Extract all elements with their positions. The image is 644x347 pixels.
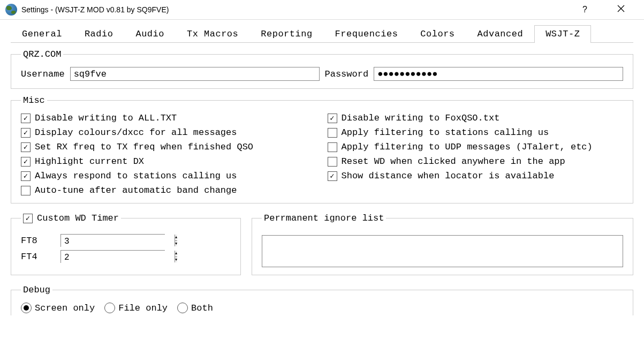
tab-radio[interactable]: Radio	[73, 25, 125, 42]
misc-option-3[interactable]: Apply filtering to stations calling us	[328, 127, 624, 138]
misc-option-5[interactable]: Apply filtering to UDP messages (JTalert…	[328, 142, 624, 152]
debug-legend: Debug	[21, 285, 52, 295]
window-title: Settings - (WSJT-Z MOD v0.81 by SQ9FVE)	[21, 5, 578, 14]
misc-label-3: Apply filtering to stations calling us	[342, 127, 549, 138]
misc-option-4[interactable]: Set RX freq to TX freq when finished QSO	[21, 142, 317, 152]
debug-label-0: Screen only	[35, 303, 95, 313]
password-label: Password	[325, 69, 369, 79]
wd-timer-legend-label: Custom WD Timer	[37, 213, 119, 223]
username-label: Username	[21, 69, 65, 79]
checkbox-reset-wd[interactable]	[328, 157, 337, 167]
debug-label-2: Both	[191, 303, 213, 313]
radio-file-only[interactable]	[104, 303, 115, 313]
checkbox-auto-tune[interactable]	[21, 186, 31, 195]
misc-label-7: Reset WD when clicked anywhere in the ap…	[342, 156, 565, 167]
ft8-spin-down[interactable]: ▼	[175, 241, 177, 247]
misc-label-5: Apply filtering to UDP messages (JTalert…	[342, 142, 593, 152]
wd-timer-legend[interactable]: Custom WD Timer	[21, 213, 121, 223]
misc-option-1[interactable]: Disable writing to FoxQSO.txt	[328, 113, 624, 123]
username-input[interactable]	[70, 67, 320, 81]
password-input[interactable]	[374, 67, 623, 81]
misc-label-0: Disable writing to ALL.TXT	[35, 113, 177, 123]
radio-screen-only[interactable]	[21, 303, 32, 313]
tab-general[interactable]: General	[11, 25, 73, 42]
checkbox-disable-alltxt[interactable]	[21, 114, 31, 123]
misc-group: Misc Disable writing to ALL.TXT Disable …	[11, 95, 633, 203]
checkbox-filter-calling[interactable]	[328, 128, 337, 138]
tab-bar: General Radio Audio Tx Macros Reporting …	[11, 25, 633, 43]
misc-option-7[interactable]: Reset WD when clicked anywhere in the ap…	[328, 156, 624, 167]
checkbox-filter-udp[interactable]	[328, 142, 337, 152]
two-column-row: Custom WD Timer FT8 ▲ ▼ FT4	[11, 207, 633, 278]
tab-wsjt-z[interactable]: WSJT-Z	[534, 25, 591, 43]
misc-label-8: Always respond to stations calling us	[35, 171, 237, 181]
close-button[interactable]	[608, 1, 634, 19]
misc-option-2[interactable]: Display colours/dxcc for all messages	[21, 127, 317, 138]
checkbox-display-colours[interactable]	[21, 128, 31, 138]
ft8-spin-up[interactable]: ▲	[175, 235, 177, 241]
app-globe-icon	[5, 4, 17, 16]
checkbox-always-respond[interactable]	[21, 171, 31, 181]
misc-option-6[interactable]: Highlight current DX	[21, 156, 317, 167]
debug-option-screen-only[interactable]: Screen only	[21, 303, 95, 313]
radio-both[interactable]	[177, 303, 188, 313]
ft8-spinbox[interactable]: ▲ ▼	[60, 234, 165, 247]
ft8-input[interactable]	[61, 235, 175, 248]
ft4-label: FT4	[21, 252, 53, 262]
misc-label-1: Disable writing to FoxQSO.txt	[342, 113, 500, 123]
checkbox-show-distance[interactable]	[328, 171, 337, 181]
ft4-spin-up[interactable]: ▲	[175, 251, 177, 257]
titlebar-controls: ?	[578, 1, 639, 19]
ft4-spin-buttons: ▲ ▼	[175, 251, 177, 262]
checkbox-custom-wd-timer[interactable]	[23, 214, 33, 223]
qrz-legend: QRZ.COM	[21, 49, 63, 59]
ft8-row: FT8 ▲ ▼	[21, 234, 231, 247]
ft4-row: FT4 ▲ ▼	[21, 250, 231, 263]
debug-radio-row: Screen only File only Both	[21, 303, 623, 313]
help-button[interactable]: ?	[578, 3, 592, 17]
ignore-list-legend: Perrmanent ignore list	[262, 213, 386, 223]
tab-advanced[interactable]: Advanced	[466, 25, 535, 42]
tab-frequencies[interactable]: Frequencies	[324, 25, 410, 42]
main-content: General Radio Audio Tx Macros Reporting …	[0, 19, 644, 315]
ft8-spin-buttons: ▲ ▼	[175, 235, 177, 246]
ignore-list-group: Perrmanent ignore list	[252, 213, 633, 275]
debug-label-1: File only	[118, 303, 168, 313]
tab-audio[interactable]: Audio	[124, 25, 176, 42]
qrz-group: QRZ.COM Username Password	[11, 49, 633, 89]
misc-label-2: Display colours/dxcc for all messages	[35, 127, 237, 138]
misc-option-9[interactable]: Show distance when locator is available	[328, 171, 624, 181]
misc-label-4: Set RX freq to TX freq when finished QSO	[35, 142, 253, 152]
tab-colors[interactable]: Colors	[409, 25, 466, 42]
ft4-spinbox[interactable]: ▲ ▼	[60, 250, 165, 263]
checkbox-set-rx-freq[interactable]	[21, 142, 31, 152]
close-icon	[617, 5, 625, 12]
misc-option-10[interactable]: Auto-tune after automatic band change	[21, 185, 623, 195]
ignore-list-box[interactable]	[262, 235, 623, 267]
misc-grid: Disable writing to ALL.TXT Disable writi…	[21, 113, 623, 195]
debug-option-both[interactable]: Both	[177, 303, 213, 313]
misc-label-9: Show distance when locator is available	[342, 171, 555, 181]
misc-option-8[interactable]: Always respond to stations calling us	[21, 171, 317, 181]
ft8-label: FT8	[21, 236, 53, 246]
ft4-input[interactable]	[61, 251, 175, 265]
tab-reporting[interactable]: Reporting	[249, 25, 323, 42]
debug-group: Debug Screen only File only Both	[11, 285, 633, 315]
misc-legend: Misc	[21, 95, 47, 105]
checkbox-disable-foxqso[interactable]	[328, 114, 337, 123]
misc-label-6: Highlight current DX	[35, 156, 144, 167]
checkbox-highlight-dx[interactable]	[21, 157, 31, 167]
tab-tx-macros[interactable]: Tx Macros	[176, 25, 249, 42]
debug-option-file-only[interactable]: File only	[104, 303, 168, 313]
misc-option-0[interactable]: Disable writing to ALL.TXT	[21, 113, 317, 123]
qrz-row: Username Password	[21, 67, 623, 81]
wd-timer-group: Custom WD Timer FT8 ▲ ▼ FT4	[11, 213, 241, 275]
ft4-spin-down[interactable]: ▼	[175, 257, 177, 263]
settings-window: Settings - (WSJT-Z MOD v0.81 by SQ9FVE) …	[0, 0, 644, 315]
misc-label-10: Auto-tune after automatic band change	[35, 185, 237, 195]
titlebar: Settings - (WSJT-Z MOD v0.81 by SQ9FVE) …	[0, 0, 644, 19]
